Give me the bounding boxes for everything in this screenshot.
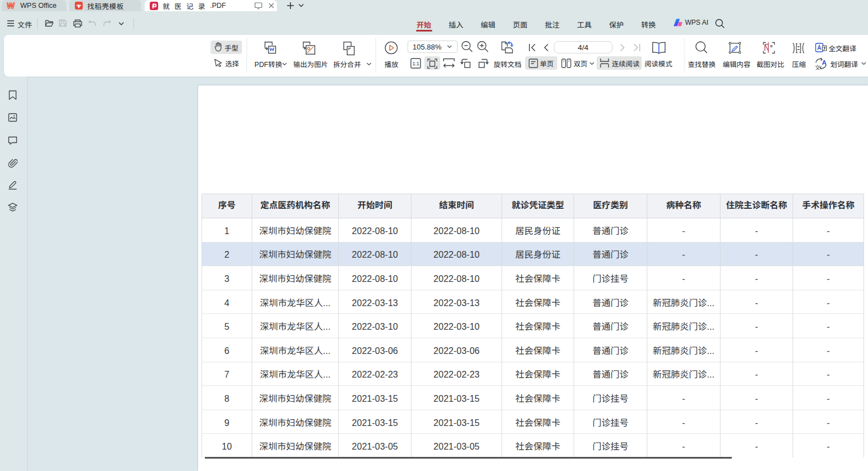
svg-text:文: 文 xyxy=(815,63,821,70)
svg-text:W: W xyxy=(7,2,15,10)
svg-text:A: A xyxy=(822,59,826,66)
svg-text:1:1: 1:1 xyxy=(413,60,419,66)
